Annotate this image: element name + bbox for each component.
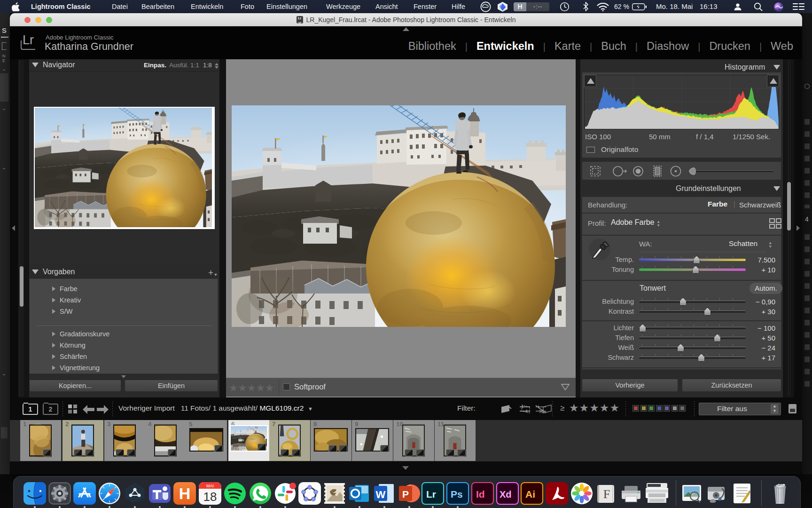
svg-text:Id: Id [476, 489, 485, 500]
svg-text:W: W [376, 489, 386, 500]
svg-text:F: F [603, 487, 610, 501]
svg-text:Ai: Ai [525, 489, 535, 500]
svg-text:P: P [402, 489, 409, 500]
svg-text:18: 18 [203, 490, 217, 504]
svg-text:Xd: Xd [500, 489, 512, 500]
svg-text:Ps: Ps [451, 489, 463, 500]
svg-text:H: H [179, 484, 191, 502]
svg-text:MAI: MAI [206, 484, 214, 488]
svg-text:Lr: Lr [426, 489, 436, 500]
